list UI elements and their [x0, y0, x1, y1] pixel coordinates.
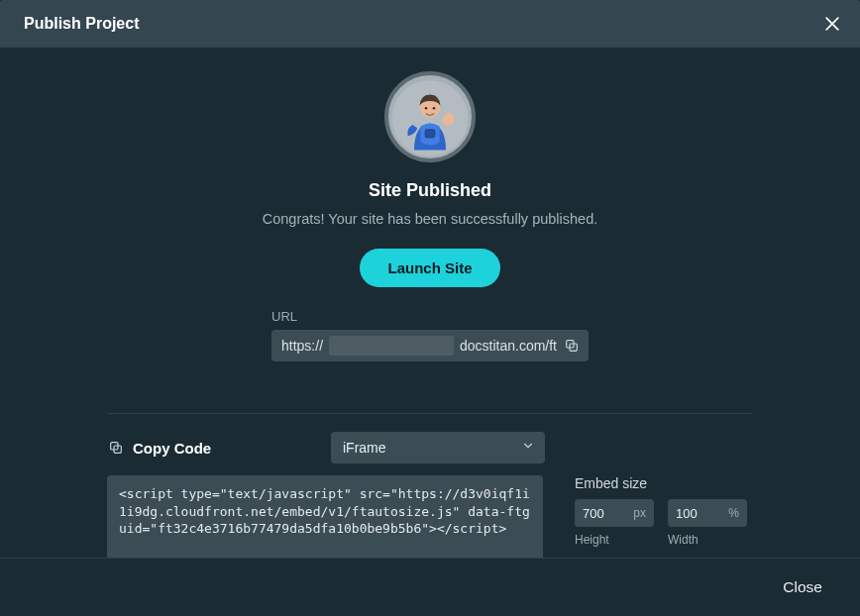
close-button[interactable]: Close	[777, 574, 828, 600]
divider	[107, 413, 753, 414]
hero-subtext: Congrats! Your site has been successfull…	[263, 211, 598, 227]
hero-heading: Site Published	[369, 180, 491, 201]
embed-code-box[interactable]: <script type="text/javascript" src="http…	[107, 475, 543, 558]
copy-code-label: Copy Code	[133, 440, 211, 457]
embed-width-field[interactable]: %	[668, 499, 747, 527]
copy-code-icon[interactable]	[107, 439, 125, 457]
dialog-title: Publish Project	[24, 15, 139, 33]
embed-height-sublabel: Height	[575, 533, 654, 547]
embed-height-field[interactable]: px	[575, 499, 654, 527]
url-section: URL https:// docstitan.com/ft	[271, 309, 589, 361]
avatar	[384, 71, 476, 162]
svg-point-3	[425, 107, 428, 110]
hero-section: Site Published Congrats! Your site has b…	[20, 71, 840, 287]
url-label: URL	[271, 309, 589, 324]
embed-width-unit: %	[728, 506, 739, 520]
svg-point-5	[445, 113, 453, 121]
copy-code-body: <script type="text/javascript" src="http…	[107, 475, 753, 558]
embed-width-input[interactable]	[676, 506, 724, 521]
copy-url-icon[interactable]	[563, 337, 581, 355]
dialog-titlebar: Publish Project	[0, 0, 860, 48]
dialog-footer: Close	[0, 558, 860, 616]
url-row: https:// docstitan.com/ft	[271, 330, 589, 361]
close-icon[interactable]	[822, 14, 842, 34]
url-suffix: docstitan.com/ft	[460, 338, 557, 354]
embed-height-input[interactable]	[583, 506, 629, 521]
svg-rect-1	[425, 130, 435, 138]
copy-code-section: Copy Code iFrame <script type="text/java…	[20, 432, 840, 558]
embed-width-sublabel: Width	[668, 533, 747, 547]
copy-code-header: Copy Code iFrame	[107, 432, 753, 463]
url-subdomain-mask	[329, 336, 454, 356]
dialog-content: Site Published Congrats! Your site has b…	[0, 48, 860, 558]
embed-size-label: Embed size	[575, 475, 753, 491]
embed-height-unit: px	[633, 506, 646, 520]
hero-mascot-icon	[390, 77, 470, 156]
embed-options: Embed size px % Height Width	[575, 475, 753, 558]
svg-point-4	[433, 107, 436, 110]
url-prefix: https://	[281, 338, 323, 354]
embed-type-selected[interactable]: iFrame	[331, 432, 545, 463]
launch-site-button[interactable]: Launch Site	[360, 249, 499, 287]
embed-type-select[interactable]: iFrame	[331, 432, 545, 463]
